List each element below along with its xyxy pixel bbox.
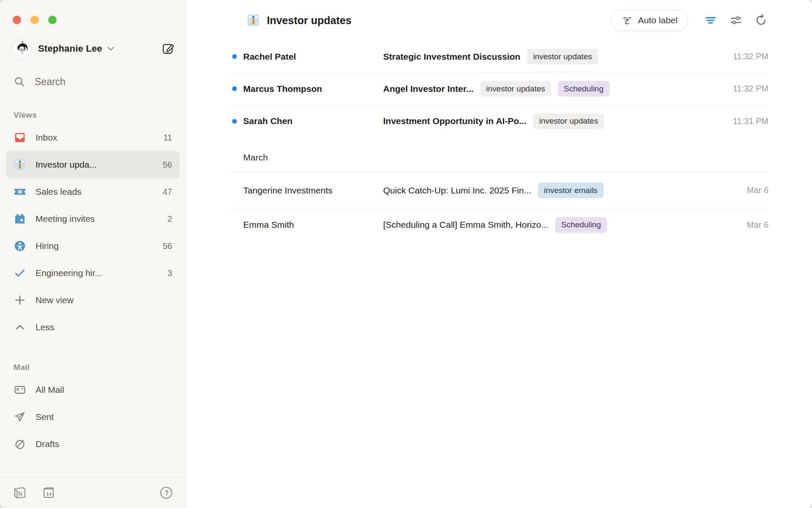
banknote-icon [14, 185, 26, 198]
email-sender: Marcus Thompson [243, 84, 383, 94]
sidebar-item-label: Meeting invites [36, 214, 95, 224]
date-group-label: March [243, 152, 268, 162]
label-badge[interactable]: Scheduling [558, 81, 609, 97]
sidebar-item-label: Sent [36, 412, 54, 422]
send-icon [14, 411, 26, 423]
email-time: 11:31 PM [733, 116, 768, 126]
email-subject: [Scheduling a Call] Emma Smith, Horizo..… [383, 220, 549, 230]
unread-dot [232, 86, 237, 91]
email-sender: Emma Smith [243, 220, 383, 230]
email-row[interactable]: Emma Smith [Scheduling a Call] Emma Smit… [230, 209, 768, 241]
mail-list: All Mail Sent Drafts [0, 376, 186, 458]
svg-text:N: N [18, 491, 22, 497]
avatar [13, 39, 31, 58]
necktie-icon [14, 158, 26, 171]
sidebar: Stephanie Lee Search Views [0, 0, 186, 508]
email-list: Rachel Patel Strategic Investment Discus… [186, 41, 812, 508]
email-subject: Angel Investor Inter... [383, 84, 474, 94]
page-title: Investor updates [267, 14, 351, 27]
zoom-window-button[interactable] [48, 16, 57, 24]
email-time: 11:32 PM [733, 52, 768, 61]
email-sender: Rachel Patel [243, 52, 383, 62]
email-sender: Sarah Chen [243, 116, 383, 126]
email-row[interactable]: Rachel Patel Strategic Investment Discus… [230, 41, 768, 73]
all-mail-icon [14, 384, 26, 396]
search-icon [14, 76, 25, 88]
close-window-button[interactable] [13, 16, 21, 24]
sidebar-item-engineering-hiring[interactable]: Engineering hir... 3 [6, 260, 180, 287]
sidebar-item-hiring[interactable]: Hiring 56 [6, 232, 180, 260]
check-icon [14, 267, 26, 279]
refresh-icon[interactable] [754, 13, 768, 28]
mail-section-label: Mail [14, 363, 186, 372]
search-placeholder: Search [35, 76, 66, 88]
sidebar-footer: N 14 ? [0, 477, 186, 508]
march-group: Tangerine Investments Quick Catch-Up: Lu… [230, 172, 768, 241]
filter-icon[interactable] [703, 13, 718, 28]
auto-label-button-label: Auto label [638, 15, 678, 25]
email-row[interactable]: Sarah Chen Investment Opportunity in AI-… [230, 105, 768, 137]
inbox-icon [14, 132, 26, 144]
email-subject: Strategic Investment Discussion [383, 52, 520, 62]
help-icon[interactable]: ? [159, 486, 173, 500]
calendar-icon [14, 213, 26, 225]
auto-label-button[interactable]: Auto label [611, 10, 688, 31]
search-input[interactable]: Search [14, 76, 173, 88]
sidebar-item-inbox[interactable]: Inbox 11 [6, 124, 180, 151]
sidebar-item-new-view[interactable]: New view [6, 287, 180, 314]
unread-dot [232, 54, 237, 59]
date-group-heading: March [230, 152, 768, 172]
sidebar-item-investor-updates[interactable]: Investor upda... 56 [6, 151, 180, 178]
account-name[interactable]: Stephanie Lee [38, 43, 102, 54]
sidebar-item-count: 3 [167, 268, 172, 278]
sliders-icon[interactable] [729, 13, 743, 28]
sidebar-item-meeting-invites[interactable]: Meeting invites 2 [6, 205, 180, 232]
email-time: Mar 6 [747, 185, 768, 195]
email-subject: Quick Catch-Up: Lumi Inc. 2025 Fin... [383, 185, 531, 196]
svg-text:?: ? [165, 489, 169, 497]
label-badge[interactable]: investor updates [527, 49, 598, 64]
sidebar-item-label: Less [36, 322, 54, 332]
chevron-down-icon[interactable] [107, 44, 115, 53]
sidebar-item-label: Engineering hir... [36, 268, 102, 278]
draft-icon [14, 438, 26, 450]
necktie-icon [247, 14, 260, 27]
notion-calendar-icon[interactable]: 14 [41, 486, 56, 500]
label-badge[interactable]: investor emails [538, 182, 604, 198]
label-badge[interactable]: investor updates [533, 113, 604, 129]
svg-text:14: 14 [46, 491, 52, 497]
email-sender: Tangerine Investments [243, 185, 383, 196]
plus-icon [14, 294, 26, 306]
window-controls [0, 0, 186, 24]
main-panel: Investor updates Auto label [186, 0, 812, 508]
view-header: Investor updates Auto label [186, 0, 812, 41]
sidebar-item-sales-leads[interactable]: Sales leads 47 [6, 178, 180, 205]
label-badge[interactable]: Scheduling [555, 217, 607, 233]
sidebar-item-count: 47 [163, 187, 172, 197]
app-window: Stephanie Lee Search Views [0, 0, 812, 508]
sidebar-item-label: Hiring [36, 241, 59, 251]
unread-dot [232, 119, 237, 124]
sidebar-item-all-mail[interactable]: All Mail [6, 376, 180, 403]
recent-group: Rachel Patel Strategic Investment Discus… [230, 41, 768, 137]
email-time: Mar 6 [747, 220, 768, 230]
label-badge[interactable]: investor updates [480, 81, 551, 97]
auto-label-icon [621, 14, 633, 26]
views-section-label: Views [14, 110, 186, 120]
sidebar-item-less[interactable]: Less [6, 314, 180, 341]
sidebar-item-sent[interactable]: Sent [6, 403, 180, 431]
sidebar-item-count: 56 [163, 241, 172, 251]
email-row[interactable]: Tangerine Investments Quick Catch-Up: Lu… [230, 172, 768, 209]
sidebar-item-count: 2 [167, 214, 172, 224]
sidebar-item-count: 56 [163, 160, 172, 170]
sidebar-item-label: Drafts [36, 439, 59, 449]
notion-logo-icon[interactable]: N [13, 486, 27, 500]
compose-icon[interactable] [162, 42, 175, 55]
sidebar-item-label: Investor upda... [36, 160, 97, 170]
sidebar-item-drafts[interactable]: Drafts [6, 431, 180, 458]
email-time: 11:32 PM [733, 84, 768, 94]
minimize-window-button[interactable] [30, 16, 39, 24]
sidebar-item-count: 11 [163, 133, 172, 143]
email-row[interactable]: Marcus Thompson Angel Investor Inter... … [230, 73, 768, 105]
sidebar-item-label: Inbox [36, 133, 57, 143]
